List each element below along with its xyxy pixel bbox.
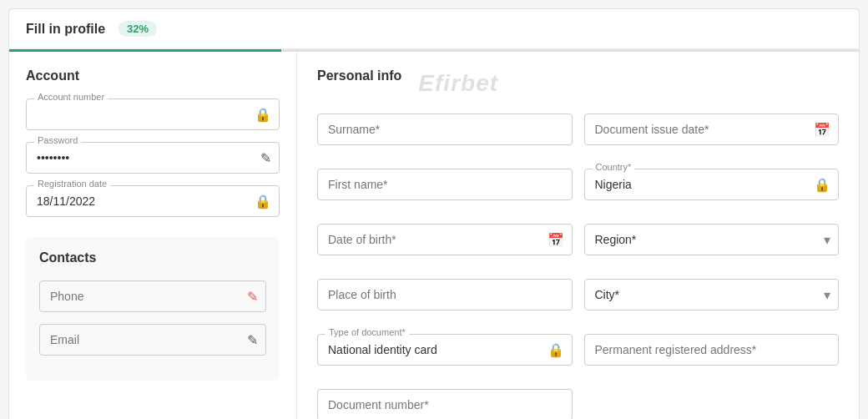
place-of-birth-input[interactable] <box>317 279 573 310</box>
permanent-address-field-group <box>584 334 840 366</box>
type-of-document-label: Type of document* <box>326 327 409 337</box>
email-input[interactable] <box>39 324 266 356</box>
page-wrapper: Fill in profile 32% Account Account numb… <box>8 8 860 419</box>
date-of-birth-input[interactable] <box>317 224 573 255</box>
page-title: Fill in profile <box>26 22 105 37</box>
header: Fill in profile 32% <box>9 9 859 49</box>
document-issue-date-input[interactable] <box>584 114 840 145</box>
registration-date-field-group: Registration date 🔒 <box>26 185 280 217</box>
password-label: Password <box>34 135 81 145</box>
registration-date-input <box>26 185 280 217</box>
first-name-input[interactable] <box>317 169 573 200</box>
progress-badge: 32% <box>119 21 157 37</box>
left-panel: Account Account number 🔒 Password ✎ Regi… <box>9 52 297 419</box>
city-select[interactable]: City* <box>584 279 840 310</box>
phone-field-group: ✎ <box>39 280 266 312</box>
country-field-group: Country* 🔒 <box>584 169 840 200</box>
document-number-field-group <box>317 389 573 419</box>
permanent-address-input[interactable] <box>584 334 840 366</box>
country-label: Country* <box>593 162 635 172</box>
personal-info-header: Personal info Efirbet <box>317 68 839 98</box>
type-of-document-input <box>317 334 573 366</box>
password-input[interactable] <box>26 142 280 174</box>
surname-input[interactable] <box>317 114 573 145</box>
account-number-input[interactable] <box>26 98 280 130</box>
phone-input[interactable] <box>39 280 266 312</box>
first-name-field-group <box>317 169 573 200</box>
progress-bar-fill <box>9 49 281 52</box>
email-field-group: ✎ <box>39 324 266 356</box>
document-number-input[interactable] <box>317 389 573 419</box>
type-of-document-field-group: Type of document* 🔒 <box>317 334 573 366</box>
account-number-label: Account number <box>34 92 108 102</box>
region-field-group: Region* ▾ <box>584 224 840 255</box>
registration-date-label: Registration date <box>34 179 110 189</box>
city-field-group: City* ▾ <box>584 279 840 310</box>
surname-field-group <box>317 114 573 145</box>
personal-info-form: 📅 Country* 🔒 📅 Regi <box>317 114 839 419</box>
account-section: Account Account number 🔒 Password ✎ Regi… <box>26 68 280 217</box>
main-content: Account Account number 🔒 Password ✎ Regi… <box>9 52 859 419</box>
place-of-birth-field-group <box>317 279 573 310</box>
country-input <box>584 169 840 200</box>
personal-info-title: Personal info <box>317 68 401 83</box>
date-of-birth-field-group: 📅 <box>317 224 573 255</box>
account-number-field-group: Account number 🔒 <box>26 98 280 130</box>
contacts-section: Contacts ✎ ✎ <box>26 237 280 381</box>
region-select[interactable]: Region* <box>584 224 840 255</box>
right-panel: Personal info Efirbet 📅 Country* <box>297 52 859 419</box>
document-issue-date-field-group: 📅 <box>584 114 840 145</box>
account-section-title: Account <box>26 68 280 83</box>
password-field-group: Password ✎ <box>26 142 280 174</box>
watermark: Efirbet <box>418 70 498 97</box>
empty-cell <box>584 389 840 419</box>
contacts-section-title: Contacts <box>39 250 266 265</box>
